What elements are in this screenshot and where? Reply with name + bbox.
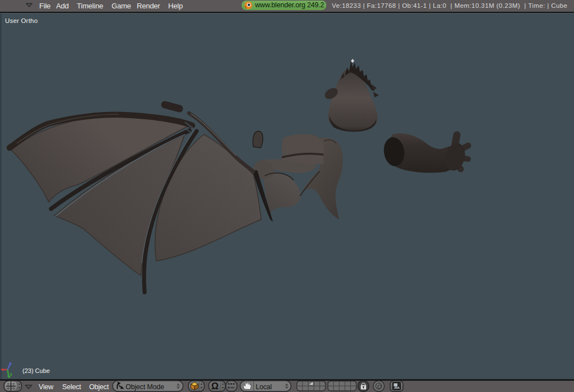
svg-text:Ω: Ω — [211, 381, 219, 391]
